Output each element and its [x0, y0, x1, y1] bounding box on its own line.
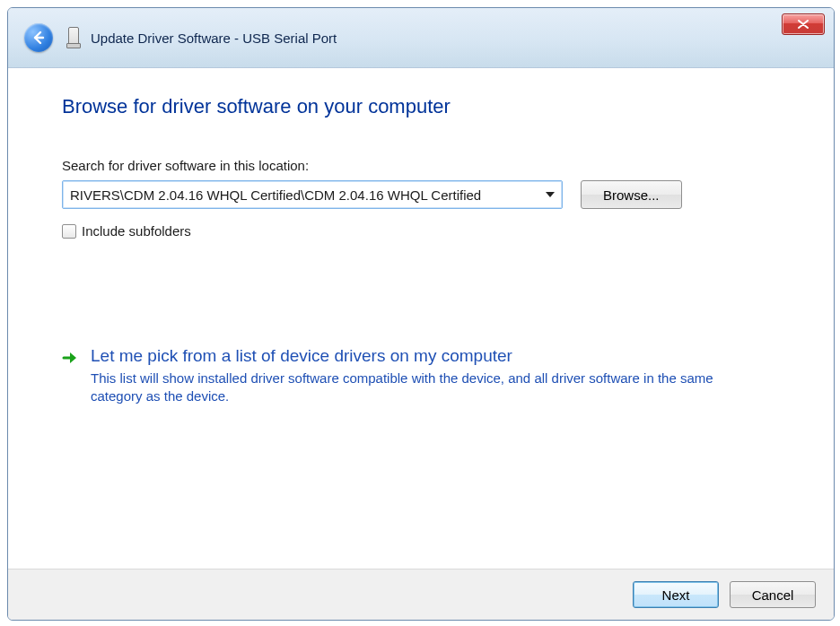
browse-button[interactable]: Browse... [581, 180, 682, 209]
option-description: This list will show installed driver sof… [91, 370, 744, 406]
arrow-right-icon [62, 350, 78, 406]
next-button[interactable]: Next [633, 581, 719, 608]
title-bar: Update Driver Software - USB Serial Port [8, 8, 834, 68]
option-title: Let me pick from a list of device driver… [91, 346, 744, 366]
close-button[interactable] [782, 13, 825, 35]
content-area: Browse for driver software on your compu… [8, 68, 834, 406]
window-title: Update Driver Software - USB Serial Port [91, 30, 337, 46]
chevron-down-icon [546, 192, 555, 197]
wizard-window: Update Driver Software - USB Serial Port… [7, 7, 835, 621]
include-subfolders-label: Include subfolders [82, 223, 191, 239]
include-subfolders-checkbox[interactable] [62, 224, 76, 239]
path-value: RIVERS\CDM 2.04.16 WHQL Certified\CDM 2.… [70, 187, 540, 203]
option-text: Let me pick from a list of device driver… [91, 346, 744, 406]
footer: Next Cancel [8, 569, 834, 620]
path-combobox[interactable]: RIVERS\CDM 2.04.16 WHQL Certified\CDM 2.… [62, 180, 563, 209]
include-subfolders-row: Include subfolders [62, 223, 791, 239]
path-row: RIVERS\CDM 2.04.16 WHQL Certified\CDM 2.… [62, 180, 791, 209]
cancel-button[interactable]: Cancel [730, 581, 816, 608]
device-icon [66, 27, 80, 48]
pick-from-list-option[interactable]: Let me pick from a list of device driver… [62, 346, 744, 406]
close-icon [798, 20, 809, 29]
search-location-label: Search for driver software in this locat… [62, 158, 791, 173]
page-heading: Browse for driver software on your compu… [62, 95, 791, 118]
back-arrow-icon [31, 30, 47, 46]
back-button[interactable] [24, 23, 53, 52]
